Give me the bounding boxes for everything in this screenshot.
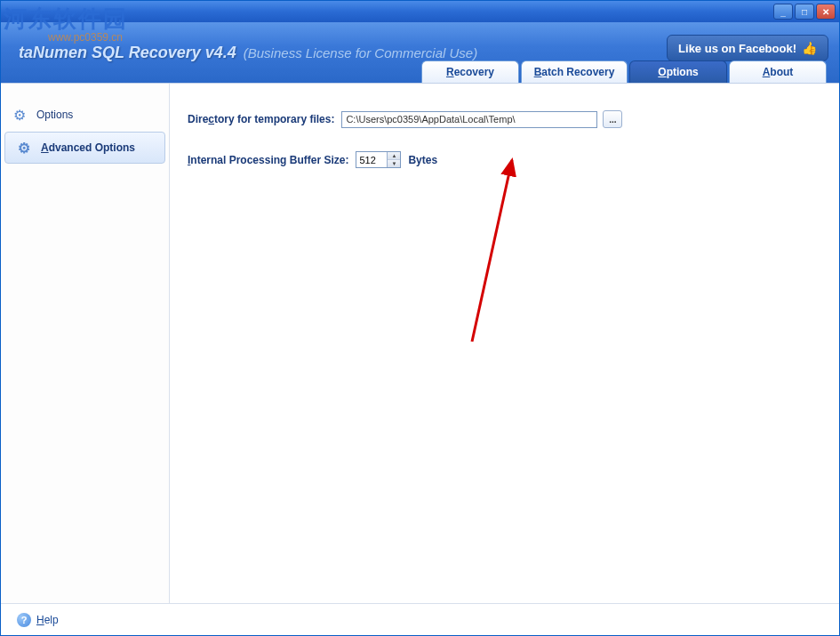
sidebar-item-label: Options: [36, 109, 73, 121]
footer: ? Help: [1, 603, 839, 635]
temp-directory-label: Directory for temporary files:: [188, 113, 334, 125]
buffer-size-label: Internal Processing Buffer Size:: [188, 154, 348, 166]
tab-options[interactable]: OptionsOptions: [629, 60, 727, 83]
header: taNumen SQL Recovery v4.4 (Business Lice…: [1, 22, 839, 83]
sidebar-item-advanced-options[interactable]: ⚙ Advanced Options Advanced Options: [4, 132, 165, 164]
maximize-button[interactable]: □: [795, 4, 814, 20]
titlebar: _ □ ✕: [1, 1, 839, 22]
content-area: ⚙ Options ⚙ Advanced Options Advanced Op…: [1, 83, 839, 603]
tab-about[interactable]: AboutAbout: [729, 60, 827, 83]
arrow-annotation: [454, 155, 543, 350]
close-button[interactable]: ✕: [816, 4, 836, 20]
temp-directory-input[interactable]: [341, 111, 597, 128]
gear-icon: ⚙: [16, 140, 32, 156]
buffer-size-input[interactable]: [356, 152, 387, 167]
help-link[interactable]: ? Help: [17, 613, 59, 627]
main-panel: Directory for temporary files: ... Inter…: [170, 84, 839, 603]
temp-directory-row: Directory for temporary files: ...: [188, 110, 821, 128]
facebook-button[interactable]: Like us on Facebook! 👍: [667, 35, 828, 61]
app-subtitle: (Business License for Commercial Use): [244, 45, 477, 60]
sidebar-item-options[interactable]: ⚙ Options: [1, 100, 169, 130]
buffer-size-row: Internal Processing Buffer Size: ▲ ▼ Byt…: [188, 151, 821, 168]
bytes-label: Bytes: [408, 154, 437, 166]
facebook-label: Like us on Facebook!: [678, 42, 796, 55]
help-icon: ?: [17, 613, 31, 627]
help-label: Help: [36, 614, 59, 626]
buffer-size-spinner: ▲ ▼: [356, 151, 401, 168]
tab-recovery[interactable]: RRecoveryecovery: [421, 60, 519, 83]
sidebar: ⚙ Options ⚙ Advanced Options Advanced Op…: [1, 84, 170, 603]
minimize-button[interactable]: _: [773, 4, 793, 20]
sidebar-item-label: Advanced Options: [41, 141, 135, 154]
spinner-down-button[interactable]: ▼: [388, 160, 400, 167]
spinner-buttons: ▲ ▼: [387, 152, 400, 167]
tab-batch-recovery[interactable]: Batch RecoveryBatch Recovery: [521, 60, 628, 83]
browse-button[interactable]: ...: [603, 110, 622, 128]
application-window: _ □ ✕ taNumen SQL Recovery v4.4 (Busines…: [0, 0, 840, 636]
svg-line-1: [472, 160, 512, 342]
window-controls: _ □ ✕: [773, 4, 836, 20]
thumbs-up-icon: 👍: [802, 41, 817, 55]
spinner-up-button[interactable]: ▲: [388, 152, 400, 160]
main-tabs: RRecoveryecovery Batch RecoveryBatch Rec…: [421, 60, 827, 83]
app-title: taNumen SQL Recovery v4.4: [19, 44, 236, 62]
gear-icon: ⚙: [12, 107, 28, 123]
